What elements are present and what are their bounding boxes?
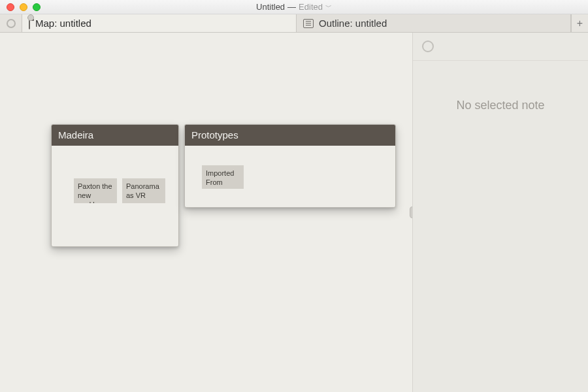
- inspector-selector[interactable]: [413, 33, 588, 61]
- tab-label: Outline: untitled: [319, 18, 387, 29]
- window-title-sep: —: [287, 2, 296, 12]
- container-body[interactable]: Paxton the new necklace Panorama as VR: [52, 146, 178, 248]
- close-icon[interactable]: [7, 3, 14, 11]
- note-item[interactable]: Panorama as VR: [122, 178, 165, 203]
- outline-view-icon: [303, 19, 314, 28]
- main-area: Madeira Paxton the new necklace Panorama…: [0, 33, 588, 392]
- tab-add-button[interactable]: +: [571, 14, 588, 32]
- zoom-icon[interactable]: [33, 3, 41, 11]
- split-handle[interactable]: [410, 206, 413, 218]
- window-edited-label: Edited: [299, 2, 323, 12]
- map-view-icon: [29, 18, 30, 29]
- tab-badge-icon: [27, 14, 34, 21]
- tab-bar: Map: untitled Outline: untitled +: [0, 14, 588, 33]
- inspector-empty-message: No selected note: [413, 61, 588, 392]
- inspector-panel: No selected note: [413, 33, 588, 392]
- chevron-down-icon[interactable]: ﹀: [325, 3, 332, 12]
- note-item[interactable]: Paxton the new necklace: [74, 178, 117, 203]
- window-title[interactable]: Untitled — Edited ﹀: [0, 2, 588, 12]
- tab-label: Map: untitled: [35, 18, 91, 29]
- container-prototypes[interactable]: Prototypes Imported From Notes: [184, 124, 396, 208]
- minimize-icon[interactable]: [20, 3, 27, 11]
- map-canvas[interactable]: Madeira Paxton the new necklace Panorama…: [0, 33, 413, 392]
- window-titlebar: Untitled — Edited ﹀: [0, 0, 588, 14]
- tab-history-button[interactable]: [0, 14, 22, 32]
- tab-map[interactable]: Map: untitled: [22, 14, 297, 32]
- window-title-text: Untitled: [256, 2, 285, 12]
- plus-icon: +: [577, 18, 583, 29]
- container-title[interactable]: Madeira: [52, 125, 178, 146]
- tab-outline[interactable]: Outline: untitled: [297, 14, 571, 32]
- container-madeira[interactable]: Madeira Paxton the new necklace Panorama…: [51, 124, 179, 247]
- container-body[interactable]: Imported From Notes: [185, 146, 395, 224]
- circle-icon: [422, 41, 434, 52]
- circle-icon: [7, 19, 16, 28]
- container-title[interactable]: Prototypes: [185, 125, 395, 146]
- note-item[interactable]: Imported From Notes: [202, 165, 244, 189]
- window-controls: [0, 3, 41, 11]
